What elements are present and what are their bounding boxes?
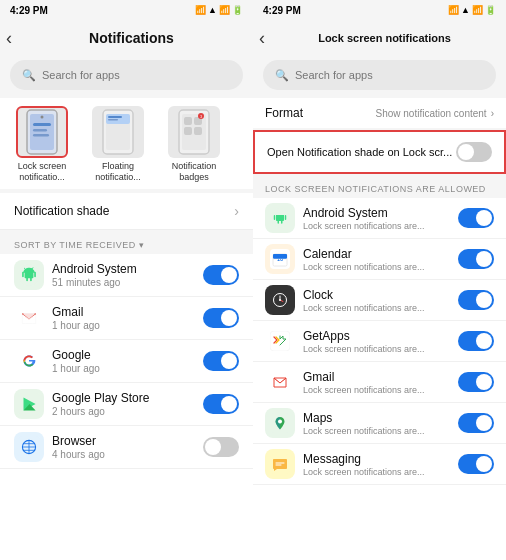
right-app-icon-maps bbox=[265, 408, 295, 438]
back-button-right[interactable]: ‹ bbox=[259, 28, 265, 49]
back-button-left[interactable]: ‹ bbox=[6, 28, 12, 49]
svg-rect-2 bbox=[33, 123, 51, 126]
right-app-icon-gmail bbox=[265, 367, 295, 397]
status-bar-left: 4:29 PM 📶 ▲ 📶 🔋 bbox=[0, 0, 253, 20]
app-info-browser: Browser 4 hours ago bbox=[52, 434, 195, 460]
app-item-android[interactable]: Android System 51 minutes ago bbox=[0, 254, 253, 297]
search-bar-left[interactable]: 🔍 bbox=[10, 60, 243, 90]
search-input-right[interactable] bbox=[295, 69, 484, 81]
right-toggle-clock[interactable] bbox=[458, 290, 494, 310]
format-label: Format bbox=[265, 106, 303, 120]
right-app-item-getapps[interactable]: GetApps Lock screen notifications are... bbox=[253, 321, 506, 362]
app-item-browser[interactable]: Browser 4 hours ago bbox=[0, 426, 253, 469]
svg-rect-10 bbox=[108, 119, 118, 121]
app-icon-gmail bbox=[14, 303, 44, 333]
toggle-gplay[interactable] bbox=[203, 394, 239, 414]
format-row[interactable]: Format Show notification content › bbox=[253, 98, 506, 128]
svg-point-36 bbox=[279, 299, 281, 301]
format-right-label: Show notification content bbox=[375, 108, 486, 119]
right-app-name-clock: Clock bbox=[303, 288, 450, 302]
shade-row[interactable]: Notification shade › bbox=[0, 193, 253, 230]
toggle-google[interactable] bbox=[203, 351, 239, 371]
right-app-info-getapps: GetApps Lock screen notifications are... bbox=[303, 329, 450, 354]
signal-icon: ▲ bbox=[208, 5, 217, 15]
right-app-item-calendar[interactable]: 16 Calendar Lock screen notifications ar… bbox=[253, 239, 506, 280]
wifi-icon: 📶 bbox=[219, 5, 230, 15]
right-toggle-thumb-calendar bbox=[476, 251, 492, 267]
app-time-gmail: 1 hour ago bbox=[52, 320, 195, 331]
right-app-item-messaging[interactable]: Messaging Lock screen notifications are.… bbox=[253, 444, 506, 485]
search-icon-left: 🔍 bbox=[22, 69, 36, 82]
shade-label: Notification shade bbox=[14, 204, 109, 218]
notif-phone-floating bbox=[92, 106, 144, 158]
svg-rect-13 bbox=[184, 117, 192, 125]
right-app-sub-messaging: Lock screen notifications are... bbox=[303, 467, 450, 477]
svg-rect-37 bbox=[270, 331, 290, 351]
signal-icon-r: ▲ bbox=[461, 5, 470, 15]
right-app-info-clock: Clock Lock screen notifications are... bbox=[303, 288, 450, 313]
search-icon-right: 🔍 bbox=[275, 69, 289, 82]
right-app-name-android: Android System bbox=[303, 206, 450, 220]
right-app-item-gmail[interactable]: Gmail Lock screen notifications are... bbox=[253, 362, 506, 403]
right-app-name-calendar: Calendar bbox=[303, 247, 450, 261]
app-item-gplay[interactable]: Google Play Store 2 hours ago bbox=[0, 383, 253, 426]
sort-label: SORT BY TIME RECEIVED bbox=[14, 240, 136, 250]
right-toggle-messaging[interactable] bbox=[458, 454, 494, 474]
right-app-item-maps[interactable]: Maps Lock screen notifications are... bbox=[253, 403, 506, 444]
toggle-browser[interactable] bbox=[203, 437, 239, 457]
right-toggle-gmail[interactable] bbox=[458, 372, 494, 392]
right-toggle-thumb-getapps bbox=[476, 333, 492, 349]
toggle-thumb-browser bbox=[205, 439, 221, 455]
toggle-android[interactable] bbox=[203, 265, 239, 285]
open-notif-row[interactable]: Open Notification shade on Lock scr... bbox=[253, 130, 506, 174]
toggle-thumb-gplay bbox=[221, 396, 237, 412]
app-icon-android bbox=[14, 260, 44, 290]
app-info-google: Google 1 hour ago bbox=[52, 348, 195, 374]
right-app-info-maps: Maps Lock screen notifications are... bbox=[303, 411, 450, 436]
app-name-android: Android System bbox=[52, 262, 195, 276]
right-app-item-clock[interactable]: Clock Lock screen notifications are... bbox=[253, 280, 506, 321]
bluetooth-icon: 📶 bbox=[195, 5, 206, 15]
right-app-info-messaging: Messaging Lock screen notifications are.… bbox=[303, 452, 450, 477]
wifi-icon-r: 📶 bbox=[472, 5, 483, 15]
app-name-google: Google bbox=[52, 348, 195, 362]
right-toggle-thumb-messaging bbox=[476, 456, 492, 472]
right-app-item-android[interactable]: Android System Lock screen notifications… bbox=[253, 198, 506, 239]
notif-type-badges[interactable]: 3 Notification badges bbox=[158, 106, 230, 183]
notif-type-lock[interactable]: Lock screen notificatio... bbox=[6, 106, 78, 183]
format-right: Show notification content › bbox=[375, 108, 494, 119]
right-app-sub-clock: Lock screen notifications are... bbox=[303, 303, 450, 313]
right-app-name-maps: Maps bbox=[303, 411, 450, 425]
right-toggle-maps[interactable] bbox=[458, 413, 494, 433]
right-app-icon-getapps bbox=[265, 326, 295, 356]
right-app-sub-android: Lock screen notifications are... bbox=[303, 221, 450, 231]
app-item-google[interactable]: Google 1 hour ago bbox=[0, 340, 253, 383]
format-chevron-icon: › bbox=[491, 108, 494, 119]
app-time-android: 51 minutes ago bbox=[52, 277, 195, 288]
time-right: 4:29 PM bbox=[263, 5, 301, 16]
app-list-right: Android System Lock screen notifications… bbox=[253, 198, 506, 560]
notif-type-floating[interactable]: Floating notificatio... bbox=[82, 106, 154, 183]
toggle-open-notif[interactable] bbox=[456, 142, 492, 162]
right-toggle-getapps[interactable] bbox=[458, 331, 494, 351]
search-input-left[interactable] bbox=[42, 69, 231, 81]
notif-type-label-lock: Lock screen notificatio... bbox=[6, 161, 78, 183]
right-toggle-calendar[interactable] bbox=[458, 249, 494, 269]
notif-phone-lock bbox=[16, 106, 68, 158]
bluetooth-icon-r: 📶 bbox=[448, 5, 459, 15]
app-info-gmail: Gmail 1 hour ago bbox=[52, 305, 195, 331]
right-app-icon-calendar: 16 bbox=[265, 244, 295, 274]
app-item-gmail[interactable]: Gmail 1 hour ago bbox=[0, 297, 253, 340]
right-app-sub-gmail: Lock screen notifications are... bbox=[303, 385, 450, 395]
right-toggle-thumb-android bbox=[476, 210, 492, 226]
notif-phone-badges: 3 bbox=[168, 106, 220, 158]
right-panel: 4:29 PM 📶 ▲ 📶 🔋 ‹ Lock screen notificati… bbox=[253, 0, 506, 560]
top-bar-right: ‹ Lock screen notifications bbox=[253, 20, 506, 56]
svg-rect-1 bbox=[30, 114, 54, 150]
toggle-thumb-gmail bbox=[221, 310, 237, 326]
right-toggle-android[interactable] bbox=[458, 208, 494, 228]
search-bar-right[interactable]: 🔍 bbox=[263, 60, 496, 90]
right-app-sub-calendar: Lock screen notifications are... bbox=[303, 262, 450, 272]
toggle-gmail[interactable] bbox=[203, 308, 239, 328]
right-app-icon-clock bbox=[265, 285, 295, 315]
